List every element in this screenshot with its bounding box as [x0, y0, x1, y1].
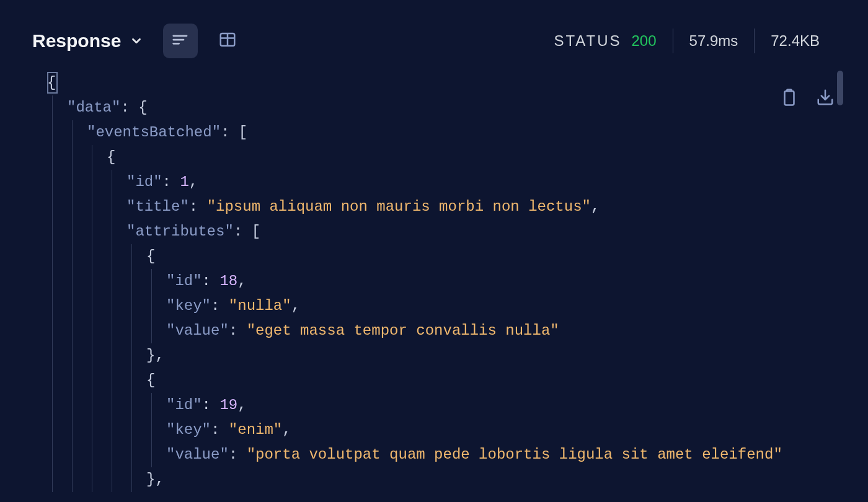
header-left: Response [32, 24, 245, 58]
code-line: }, [47, 343, 836, 368]
code-line: "key": "enim", [47, 418, 836, 443]
code-line: "value": "porta volutpat quam pede lobor… [47, 443, 836, 467]
table-icon [218, 30, 237, 51]
code-line: "id": 1, [47, 170, 836, 195]
status-label: STATUS [554, 32, 621, 50]
response-size: 72.4KB [755, 32, 836, 50]
status-code: 200 [632, 32, 657, 50]
response-title: Response [32, 30, 121, 51]
chevron-down-icon [130, 34, 143, 48]
view-toggle-group [163, 24, 245, 58]
json-view-button[interactable] [163, 24, 198, 58]
code-line: { [47, 71, 836, 95]
code-line: "title": "ipsum aliquam non mauris morbi… [47, 195, 836, 219]
code-line: "data": { [47, 95, 836, 120]
code-line: { [47, 368, 836, 393]
code-line: { [47, 145, 836, 170]
code-line: "key": "nulla", [47, 294, 836, 319]
code-line: }, [47, 467, 836, 492]
code-line: "value": "eget massa tempor convallis nu… [47, 319, 836, 343]
code-line: { [47, 244, 836, 269]
code-line: "id": 18, [47, 269, 836, 294]
response-body[interactable]: { "data": { "eventsBatched": [ { "id": 1… [0, 71, 868, 492]
response-time: 57.9ms [673, 32, 755, 50]
code-line: "id": 19, [47, 393, 836, 418]
response-header: Response STATUS 200 57.9ms 72.4KB [0, 0, 868, 71]
response-dropdown[interactable]: Response [32, 30, 143, 51]
code-line: "attributes": [ [47, 219, 836, 244]
header-right: STATUS 200 57.9ms 72.4KB [554, 29, 836, 53]
json-icon [171, 30, 190, 51]
table-view-button[interactable] [210, 24, 245, 58]
code-line: "eventsBatched": [ [47, 120, 836, 145]
